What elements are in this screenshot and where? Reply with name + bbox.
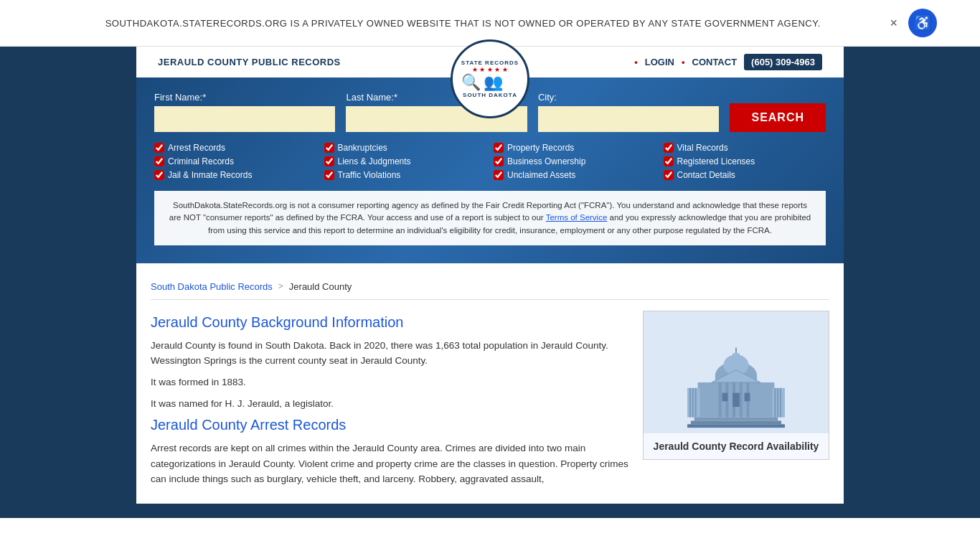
checkbox-input[interactable] xyxy=(154,156,164,166)
first-name-group: First Name:* xyxy=(154,92,335,132)
checkbox-input[interactable] xyxy=(494,170,504,180)
accessibility-button[interactable]: ♿ xyxy=(908,9,937,37)
svg-rect-7 xyxy=(687,388,699,418)
checkbox-label: Criminal Records xyxy=(168,156,234,166)
login-link[interactable]: LOGIN xyxy=(645,57,674,67)
main-wrapper: JERAULD COUNTY PUBLIC RECORDS STATE RECO… xyxy=(0,47,980,518)
svg-rect-8 xyxy=(689,388,691,418)
city-group: City: xyxy=(538,92,719,132)
checkbox-input[interactable] xyxy=(324,156,334,166)
dot2: • xyxy=(682,57,685,67)
svg-rect-22 xyxy=(687,425,785,428)
checkbox-input[interactable] xyxy=(154,170,164,180)
content-area: South Dakota Public Records > Jerauld Co… xyxy=(136,263,844,504)
checkbox-label: Liens & Judgments xyxy=(338,156,411,166)
checkbox-item: Jail & Inmate Records xyxy=(154,170,317,180)
breadcrumb: South Dakota Public Records > Jerauld Co… xyxy=(151,274,829,300)
checkbox-item: Arrest Records xyxy=(154,143,317,153)
svg-rect-14 xyxy=(780,388,781,418)
svg-rect-15 xyxy=(719,382,722,418)
svg-rect-25 xyxy=(745,393,750,402)
terms-of-service-link[interactable]: Terms of Service xyxy=(546,213,608,222)
checkbox-item: Vital Records xyxy=(664,143,826,153)
checkbox-label: Business Ownership xyxy=(507,156,585,166)
checkbox-item: Criminal Records xyxy=(154,156,317,166)
people-icon: 👥 xyxy=(484,73,503,92)
contact-link[interactable]: CONTACT xyxy=(692,57,738,67)
search-button[interactable]: SEARCH xyxy=(730,103,826,132)
section1-para2: It was formed in 1883. xyxy=(151,375,628,390)
city-input[interactable] xyxy=(538,106,719,132)
section1-para1: Jerauld County is found in South Dakota.… xyxy=(151,338,628,369)
checkbox-item: Registered Licenses xyxy=(664,156,826,166)
logo-icons: 🔍 👥 xyxy=(461,73,519,92)
content-columns: Jerauld County Background Information Je… xyxy=(151,311,829,493)
logo-container: STATE RECORDS ★ ★ ★ ★ ★ 🔍 👥 SOUTH DAKOTA xyxy=(451,39,529,118)
city-label: City: xyxy=(538,92,719,103)
breadcrumb-current: Jerauld County xyxy=(289,281,352,292)
phone-number[interactable]: (605) 309-4963 xyxy=(744,54,822,70)
first-name-label: First Name:* xyxy=(154,92,335,103)
svg-rect-13 xyxy=(777,388,778,418)
svg-rect-24 xyxy=(732,393,740,407)
checkbox-item: Unclaimed Assets xyxy=(494,170,656,180)
svg-rect-10 xyxy=(695,388,697,418)
first-name-input[interactable] xyxy=(154,106,335,132)
section1-title: Jerauld County Background Information xyxy=(151,314,628,331)
logo-text-bottom: SOUTH DAKOTA xyxy=(461,92,519,98)
checkbox-input[interactable] xyxy=(494,156,504,166)
checkbox-item: Business Ownership xyxy=(494,156,656,166)
checkbox-input[interactable] xyxy=(664,156,674,166)
search-icon: 🔍 xyxy=(461,73,481,92)
content-main: Jerauld County Background Information Je… xyxy=(151,311,628,493)
checkbox-item: Liens & Judgments xyxy=(324,156,487,166)
sidebar-card: Jerauld County Record Availability xyxy=(643,311,829,460)
brand-name: JERAULD COUNTY PUBLIC RECORDS xyxy=(158,57,341,67)
nav-right: • LOGIN • CONTACT (605) 309-4963 xyxy=(634,54,822,70)
section1-para3: It was named for H. J. Jerauld, a legisl… xyxy=(151,396,628,412)
logo-text-top: STATE RECORDS xyxy=(461,60,519,66)
checkbox-item: Contact Details xyxy=(664,170,826,180)
checkbox-label: Jail & Inmate Records xyxy=(168,170,252,180)
checkbox-input[interactable] xyxy=(664,170,674,180)
breadcrumb-link[interactable]: South Dakota Public Records xyxy=(151,281,273,292)
checkbox-label: Unclaimed Assets xyxy=(507,170,575,180)
checkbox-label: Vital Records xyxy=(677,143,728,153)
svg-rect-18 xyxy=(740,382,743,418)
checkbox-item: Property Records xyxy=(494,143,656,153)
checkbox-label: Bankruptcies xyxy=(338,143,387,153)
checkboxes-grid: Arrest RecordsBankruptciesProperty Recor… xyxy=(154,143,826,180)
sidebar-building-image xyxy=(644,311,829,433)
checkbox-label: Property Records xyxy=(507,143,574,153)
svg-rect-12 xyxy=(774,388,776,418)
svg-rect-4 xyxy=(732,354,740,364)
checkbox-label: Traffic Violations xyxy=(338,170,401,180)
checkbox-input[interactable] xyxy=(494,143,504,153)
capitol-building-svg xyxy=(664,313,808,431)
checkbox-item: Bankruptcies xyxy=(324,143,487,153)
content-sidebar: Jerauld County Record Availability xyxy=(643,311,829,493)
banner-text: SOUTHDAKOTA.STATERECORDS.ORG IS A PRIVAT… xyxy=(43,18,882,29)
svg-rect-9 xyxy=(692,388,694,418)
checkbox-input[interactable] xyxy=(324,170,334,180)
disclaimer-text: SouthDakota.StateRecords.org is not a co… xyxy=(154,191,826,245)
svg-rect-20 xyxy=(694,418,778,421)
dot1: • xyxy=(634,57,638,67)
checkbox-label: Arrest Records xyxy=(168,143,225,153)
site-logo: STATE RECORDS ★ ★ ★ ★ ★ 🔍 👥 SOUTH DAKOTA xyxy=(451,39,529,118)
checkbox-item: Traffic Violations xyxy=(324,170,487,180)
section2-title: Jerauld County Arrest Records xyxy=(151,417,628,433)
section2-para1: Arrest records are kept on all crimes wi… xyxy=(151,441,628,487)
checkbox-label: Contact Details xyxy=(677,170,735,180)
close-banner-button[interactable]: × xyxy=(890,16,897,31)
checkbox-label: Registered Licenses xyxy=(677,156,755,166)
logo-stars: ★ ★ ★ ★ ★ xyxy=(461,66,519,73)
checkbox-input[interactable] xyxy=(154,143,164,153)
svg-rect-21 xyxy=(691,421,781,425)
svg-rect-23 xyxy=(722,393,728,402)
checkbox-input[interactable] xyxy=(664,143,674,153)
checkbox-input[interactable] xyxy=(324,143,334,153)
breadcrumb-separator: > xyxy=(278,281,283,291)
sidebar-card-title: Jerauld County Record Availability xyxy=(644,433,829,459)
site-header: JERAULD COUNTY PUBLIC RECORDS STATE RECO… xyxy=(136,47,844,77)
